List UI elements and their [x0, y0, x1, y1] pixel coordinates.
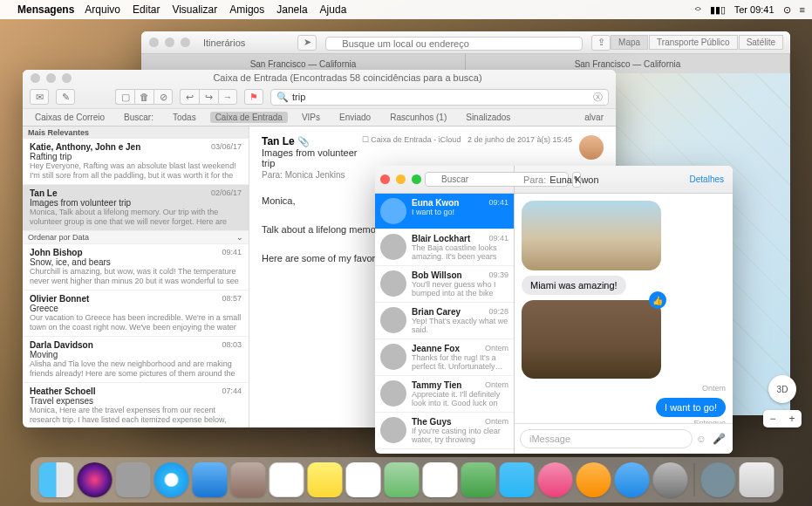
junk-icon[interactable]: ⊘: [154, 89, 173, 105]
mail-message-list[interactable]: Mais Relevantes Katie, Anthony, John e J…: [23, 126, 249, 427]
filter-drafts[interactable]: Rascunhos (1): [385, 112, 452, 123]
archive-icon[interactable]: ▢: [115, 89, 134, 105]
dock-siri[interactable]: [77, 462, 112, 497]
maps-search-input[interactable]: [325, 37, 583, 51]
conversation-item[interactable]: Jeanne FoxOntemThanks for the rug! It's …: [375, 339, 514, 376]
zoom-button[interactable]: [181, 38, 190, 47]
maps-3d-button[interactable]: 3D: [768, 375, 796, 403]
dock-system-preferences[interactable]: [652, 462, 687, 497]
maps-view-satellite[interactable]: Satélite: [739, 35, 783, 50]
dock-reminders[interactable]: [345, 462, 380, 497]
clear-search-icon[interactable]: ⓧ: [593, 91, 603, 104]
mail-item[interactable]: Darla Davidson08:03 Moving Alisha and Ti…: [23, 337, 249, 383]
menu-help[interactable]: Ajuda: [320, 3, 347, 16]
close-button[interactable]: [149, 38, 159, 47]
dock-ibooks[interactable]: [576, 462, 611, 497]
mail-item[interactable]: Olivier Bonnet08:57 Greece Our vacation …: [23, 291, 249, 337]
zoom-button[interactable]: [412, 174, 421, 184]
mail-search[interactable]: 🔍 trip ⓧ: [270, 89, 609, 106]
get-mail-icon[interactable]: ✉: [30, 89, 49, 105]
zoom-button[interactable]: [62, 73, 72, 83]
compose-icon[interactable]: ✎: [56, 89, 75, 105]
received-image[interactable]: [522, 201, 661, 270]
tapback-thumbs-up-icon[interactable]: 👍: [649, 291, 666, 309]
maps-search[interactable]: [325, 35, 583, 51]
filter-vips[interactable]: VIPs: [297, 112, 325, 123]
dock-messages[interactable]: [461, 462, 495, 497]
dock-downloads[interactable]: [700, 462, 735, 497]
received-bubble[interactable]: Miami was amazing!: [522, 276, 626, 295]
reply-all-icon[interactable]: ↪: [199, 89, 218, 105]
minimize-button[interactable]: [46, 73, 56, 83]
zoom-in-button[interactable]: +: [782, 410, 802, 427]
conversation-item[interactable]: Bob Willson09:39You'll never guess who I…: [375, 266, 514, 303]
conversation-item[interactable]: The GuysOntemIf you're casting into clea…: [375, 413, 514, 449]
dock-mail[interactable]: [192, 462, 227, 497]
dock-appstore[interactable]: [614, 462, 649, 497]
directions-icon[interactable]: ➤: [297, 35, 317, 51]
conversation-item[interactable]: Blair Lockhart09:41The Baja coastline lo…: [375, 229, 514, 266]
received-image[interactable]: [522, 300, 661, 379]
menu-window[interactable]: Janela: [276, 3, 307, 16]
battery-icon[interactable]: ▮▮▯: [710, 4, 726, 16]
chat-scroll[interactable]: Miami was amazing! 👍 Ontem I want to go!…: [515, 194, 733, 423]
filter-inbox[interactable]: Caixa de Entrada: [210, 112, 288, 123]
dock-finder[interactable]: [38, 462, 73, 497]
reply-icon[interactable]: ↩: [180, 89, 199, 105]
mail-item[interactable]: John Bishop09:41 Snow, ice, and bears Ch…: [23, 244, 249, 291]
dock-itunes[interactable]: [537, 462, 572, 497]
menu-file[interactable]: Arquivo: [85, 3, 120, 16]
conversation-item[interactable]: Brian Carey09:28Yep! That's exactly what…: [375, 303, 514, 339]
dock-calendar[interactable]: [269, 462, 304, 497]
filter-sent[interactable]: Enviado: [334, 112, 376, 123]
flag-icon[interactable]: ⚑: [244, 89, 263, 105]
clock[interactable]: Ter 09:41: [734, 4, 774, 15]
filter-all[interactable]: Todas: [167, 112, 201, 123]
dock-photos[interactable]: [422, 462, 457, 497]
mail-item[interactable]: Katie, Anthony, John e Jen03/06/17 Rafti…: [23, 139, 249, 185]
dock-facetime[interactable]: [499, 462, 534, 497]
minimize-button[interactable]: [165, 38, 174, 47]
mailboxes-button[interactable]: Caixas de Correio: [30, 112, 110, 123]
microphone-icon[interactable]: 🎤: [710, 433, 727, 445]
app-menu[interactable]: Mensagens: [17, 3, 74, 16]
sent-bubble[interactable]: I want to go!: [656, 398, 726, 417]
mail-item[interactable]: Heather Schoell07:44 Travel expenses Mon…: [23, 383, 249, 427]
chat-input-row: iMessage ☺ 🎤: [515, 423, 733, 454]
dock-notes[interactable]: [307, 462, 342, 497]
details-button[interactable]: Detalhes: [690, 174, 724, 184]
menu-view[interactable]: Visualizar: [172, 3, 217, 16]
maps-view-map[interactable]: Mapa: [611, 35, 648, 50]
close-button[interactable]: [31, 73, 40, 83]
wifi-icon[interactable]: ⌔: [695, 4, 701, 15]
close-button[interactable]: [380, 174, 390, 184]
conversation-list[interactable]: Euna Kwon09:41I want to go! Blair Lockha…: [375, 194, 515, 454]
notification-center-icon[interactable]: ≡: [800, 4, 805, 15]
share-icon[interactable]: ⇪: [591, 35, 611, 51]
dock-safari[interactable]: [154, 462, 188, 497]
minimize-button[interactable]: [396, 174, 406, 184]
emoji-icon[interactable]: ☺: [693, 433, 710, 445]
dock-trash[interactable]: [739, 462, 774, 497]
save-search-button[interactable]: alvar: [579, 112, 609, 123]
delete-icon[interactable]: 🗑: [134, 89, 154, 105]
to-name[interactable]: Euna Kwon: [549, 174, 598, 185]
conversation-item-selected[interactable]: Euna Kwon09:41I want to go!: [375, 194, 514, 229]
menu-edit[interactable]: Editar: [133, 3, 160, 16]
zoom-out-button[interactable]: −: [763, 410, 782, 427]
dock-maps[interactable]: [384, 462, 419, 497]
menu-friends[interactable]: Amigos: [229, 3, 264, 16]
dock-contacts[interactable]: [230, 462, 265, 497]
maps-view-transit[interactable]: Transporte Público: [649, 35, 738, 50]
conversation-item[interactable]: Tammy TienOntemAppreciate it. I'll defin…: [375, 376, 514, 413]
dock-launchpad[interactable]: [115, 462, 150, 497]
forward-icon[interactable]: →: [218, 89, 237, 105]
search-scope-label: Buscar:: [119, 112, 159, 123]
mail-item-selected[interactable]: Tan Le02/06/17 Images from volunteer tri…: [23, 185, 249, 231]
spotlight-icon[interactable]: ⊙: [783, 4, 791, 16]
filter-flagged[interactable]: Sinalizados: [461, 112, 515, 123]
mail-search-value[interactable]: trip: [292, 92, 305, 102]
list-sort-header[interactable]: Ordenar por Data ⌄: [23, 231, 249, 244]
message-input[interactable]: iMessage: [520, 429, 693, 448]
sender-avatar[interactable]: [579, 135, 604, 160]
